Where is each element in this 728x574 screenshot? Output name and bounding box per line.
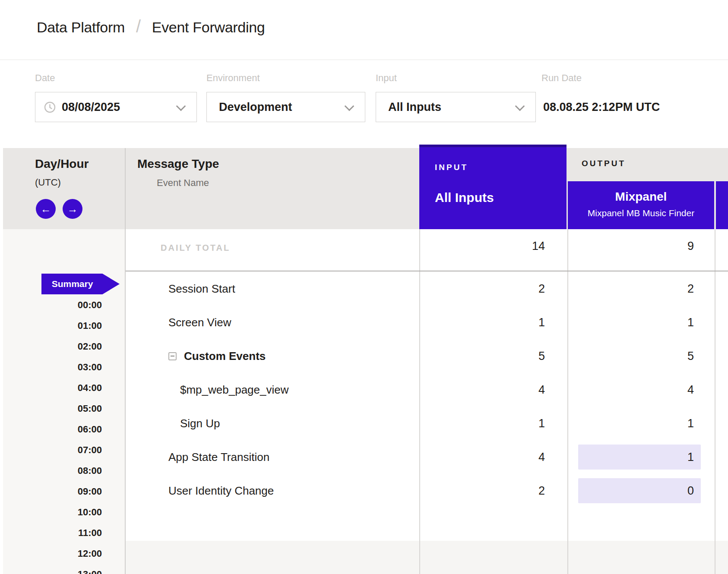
- row-label-text: Screen View: [168, 316, 231, 329]
- run-date-value: 08.08.25 2:12PM UTC: [543, 92, 660, 122]
- input-label: Input: [376, 73, 397, 84]
- clock-icon: [44, 101, 56, 113]
- row-label-text: Custom Events: [184, 350, 266, 363]
- table-footer-band: [126, 541, 728, 574]
- input-column-name: All Inputs: [435, 190, 494, 205]
- hour-item-1200[interactable]: 12:00: [3, 543, 102, 564]
- header-divider: [0, 60, 728, 60]
- gridline-output-right: [715, 229, 715, 574]
- row-input-value: 4: [419, 373, 567, 407]
- arrow-left-icon: ←: [41, 203, 51, 215]
- output-column-name: Mixpanel: [568, 190, 714, 204]
- row-input-value: 1: [419, 407, 567, 440]
- row-output-value: 1: [567, 407, 715, 440]
- breadcrumb: Data Platform / Event Forwarding: [37, 17, 265, 37]
- row-output-value: 2: [567, 272, 715, 306]
- row-label: $mp_web_page_view: [180, 373, 289, 407]
- clipped-output-column-header[interactable]: [716, 181, 728, 229]
- row-input-value: 5: [419, 339, 567, 373]
- gridline-input-right: [567, 229, 568, 574]
- row-output-value: 5: [567, 339, 715, 373]
- row-label-text: Session Start: [168, 282, 235, 296]
- daily-total-label: DAILY TOTAL: [161, 243, 230, 253]
- row-input-value: 4: [419, 440, 567, 474]
- hour-item-0400[interactable]: 04:00: [3, 378, 102, 398]
- hour-item-0500[interactable]: 05:00: [3, 398, 102, 419]
- environment-label: Environment: [206, 73, 260, 84]
- row-input-value: 1: [419, 306, 567, 339]
- row-output-value-highlighted: 1: [578, 445, 701, 470]
- row-label-text: App State Transition: [168, 451, 269, 464]
- row-label: Sign Up: [180, 407, 220, 440]
- hour-item-1300[interactable]: 13:00: [3, 564, 102, 574]
- day-hour-title: Day/Hour: [35, 157, 89, 171]
- output-column-subtitle: Mixpanel MB Music Finder: [568, 208, 714, 218]
- chevron-down-icon: [515, 101, 525, 111]
- row-label-text: Sign Up: [180, 417, 220, 430]
- chevron-down-icon: [176, 101, 186, 111]
- gridline-input-left: [419, 229, 420, 574]
- next-day-button[interactable]: →: [63, 199, 82, 219]
- row-label: User Identity Change: [168, 474, 274, 508]
- daily-total-row: DAILY TOTAL 14 9: [126, 229, 728, 271]
- hour-item-0600[interactable]: 06:00: [3, 419, 102, 440]
- row-input-value: 2: [419, 272, 567, 306]
- row-label: Session Start: [168, 272, 235, 306]
- run-date-label: Run Date: [541, 73, 582, 84]
- collapse-toggle-icon[interactable]: [168, 352, 177, 360]
- table-row: $mp_web_page_view44: [126, 373, 728, 407]
- table-row: Sign Up11: [126, 407, 728, 440]
- breadcrumb-page: Event Forwarding: [152, 19, 265, 36]
- row-label: Screen View: [168, 306, 231, 339]
- summary-tab-label: Summary: [52, 279, 93, 289]
- row-input-value: 2: [419, 474, 567, 508]
- environment-value: Development: [219, 101, 292, 114]
- breadcrumb-section[interactable]: Data Platform: [37, 19, 125, 36]
- hour-item-0700[interactable]: 07:00: [3, 440, 102, 460]
- row-label: Custom Events: [168, 339, 266, 373]
- column-divider: [125, 148, 126, 574]
- environment-select[interactable]: Development: [206, 92, 365, 122]
- arrow-right-icon: →: [67, 203, 78, 215]
- hour-item-0300[interactable]: 03:00: [3, 357, 102, 378]
- table-row: Screen View11: [126, 306, 728, 339]
- row-output-value-highlighted: 0: [578, 478, 701, 503]
- daily-total-divider: [126, 271, 728, 271]
- message-type-title: Message Type: [137, 157, 219, 171]
- row-label: App State Transition: [168, 440, 269, 474]
- date-value: 08/08/2025: [62, 101, 120, 114]
- daily-total-output-value: 9: [567, 240, 715, 253]
- table-row: Session Start22: [126, 272, 728, 306]
- table-row: User Identity Change20: [126, 474, 728, 508]
- date-label: Date: [35, 73, 55, 84]
- hour-item-0900[interactable]: 09:00: [3, 481, 102, 502]
- input-value: All Inputs: [388, 101, 441, 114]
- hour-item-1100[interactable]: 11:00: [3, 523, 102, 543]
- input-select[interactable]: All Inputs: [376, 92, 536, 122]
- output-group-label: OUTPUT: [582, 159, 626, 168]
- hour-item-0800[interactable]: 08:00: [3, 460, 102, 481]
- previous-day-button[interactable]: ←: [36, 199, 56, 219]
- event-name-subtitle: Event Name: [157, 177, 209, 189]
- output-column-header[interactable]: Mixpanel Mixpanel MB Music Finder: [568, 181, 714, 229]
- breadcrumb-separator: /: [136, 17, 141, 36]
- row-label-text: User Identity Change: [168, 484, 274, 498]
- hour-item-0200[interactable]: 02:00: [3, 336, 102, 357]
- hour-item-0100[interactable]: 01:00: [3, 315, 102, 336]
- row-output-value: 4: [567, 373, 715, 407]
- daily-total-input-value: 14: [419, 240, 567, 253]
- row-output-value: 1: [567, 306, 715, 339]
- date-select[interactable]: 08/08/2025: [35, 92, 197, 122]
- chevron-down-icon: [345, 101, 355, 111]
- table-row: Custom Events55: [126, 339, 728, 373]
- day-hour-subtitle: (UTC): [35, 177, 61, 188]
- input-group-label: INPUT: [435, 163, 468, 172]
- hour-item-1000[interactable]: 10:00: [3, 502, 102, 523]
- row-label-text: $mp_web_page_view: [180, 383, 289, 397]
- hour-item-0000[interactable]: 00:00: [3, 295, 102, 315]
- input-column-header[interactable]: INPUT All Inputs: [419, 145, 567, 229]
- table-row: App State Transition41: [126, 440, 728, 474]
